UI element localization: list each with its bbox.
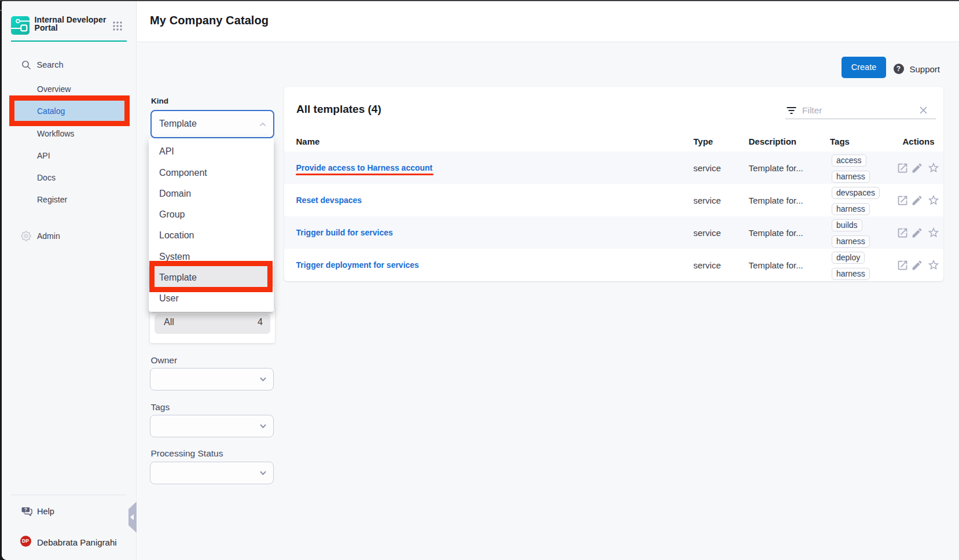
- svg-text:?: ?: [24, 507, 27, 513]
